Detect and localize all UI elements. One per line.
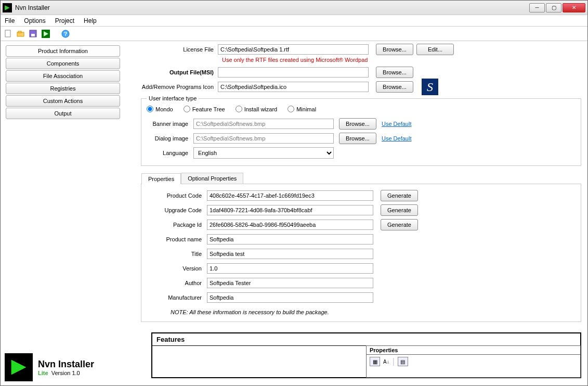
output-file-label: Output File(MSI) [141, 69, 218, 75]
sidebar-item-product-information[interactable]: Product Information [6, 45, 120, 57]
sort-az-icon[interactable]: A↓ [383, 359, 389, 365]
properties-tabs: Properties Optional Properties Product C… [141, 184, 581, 322]
dialog-browse-button[interactable]: Browse... [339, 133, 376, 144]
close-button[interactable]: ✕ [563, 3, 585, 12]
icon-browse-button[interactable]: Browse... [376, 81, 413, 93]
radio-mondo[interactable]: Mondo [147, 106, 173, 112]
toolbar: ? [1, 27, 587, 41]
save-icon[interactable] [29, 29, 38, 38]
svg-rect-1 [5, 30, 10, 37]
author-label: Author [150, 280, 207, 286]
categorized-view-icon[interactable]: ▦ [370, 357, 380, 366]
product-name-input[interactable] [207, 234, 373, 245]
dialog-use-default-link[interactable]: Use Default [382, 135, 411, 141]
svg-marker-10 [11, 360, 27, 375]
license-file-input[interactable] [218, 44, 369, 55]
features-list[interactable] [152, 346, 367, 377]
radio-minimal[interactable]: Minimal [288, 106, 316, 112]
product-code-generate-button[interactable]: Generate [381, 190, 418, 201]
features-properties: Properties ▦ A↓ | ▤ [366, 345, 581, 378]
banner-use-default-link[interactable]: Use Default [382, 121, 411, 127]
license-browse-button[interactable]: Browse... [376, 44, 413, 55]
manufacturer-label: Manufacturer [150, 294, 207, 301]
version-input[interactable] [207, 263, 373, 274]
product-code-input[interactable] [207, 190, 373, 201]
svg-marker-0 [5, 5, 10, 10]
brand-version: Version 1.0 [51, 370, 80, 376]
output-file-input[interactable] [218, 67, 369, 78]
maximize-button[interactable]: ▢ [546, 3, 561, 12]
brand-name: Nvn Installer [38, 359, 94, 370]
app-icon [3, 3, 12, 12]
menu-help[interactable]: Help [84, 17, 97, 24]
radio-feature-tree[interactable]: Feature Tree [184, 106, 225, 112]
titlebar: Nvn Installer ─ ▢ ✕ [1, 1, 587, 15]
tab-optional-properties[interactable]: Optional Properties [181, 173, 243, 184]
svg-rect-5 [31, 34, 35, 36]
upgrade-code-input[interactable] [207, 205, 373, 215]
features-properties-title: Properties [367, 346, 580, 355]
main-panel: License File Browse... Edit... Use only … [141, 42, 581, 322]
ui-type-group: User interface type Mondo Feature Tree I… [141, 95, 581, 166]
sidebar: Product Information Components File Asso… [6, 45, 120, 120]
property-pages-icon[interactable]: ▤ [398, 357, 408, 366]
license-hint: Use only the RTF files created using Mic… [222, 57, 581, 63]
branding: Nvn Installer Lite Version 1.0 [5, 353, 94, 381]
product-code-label: Product Code [150, 192, 207, 199]
sidebar-item-components[interactable]: Components [6, 58, 120, 69]
package-id-input[interactable] [207, 220, 373, 230]
properties-note: NOTE: All these information is necessory… [171, 309, 572, 315]
app-window: Nvn Installer ─ ▢ ✕ File Options Project… [0, 0, 588, 386]
window-title: Nvn Installer [15, 4, 50, 11]
run-icon[interactable] [41, 29, 50, 38]
help-icon[interactable]: ? [61, 29, 70, 38]
title-input[interactable] [207, 249, 373, 259]
banner-image-input[interactable] [193, 119, 334, 129]
tab-properties[interactable]: Properties [141, 173, 181, 184]
sidebar-item-file-association[interactable]: File Association [6, 70, 120, 82]
license-edit-button[interactable]: Edit... [416, 44, 454, 55]
menu-options[interactable]: Options [24, 17, 45, 24]
programs-icon-label: Add/Remove Programs Icon [141, 84, 218, 90]
menu-file[interactable]: File [5, 17, 15, 24]
title-label: Title [150, 251, 207, 257]
svg-rect-3 [18, 31, 21, 33]
banner-browse-button[interactable]: Browse... [339, 118, 376, 130]
svg-text:?: ? [64, 31, 68, 37]
dialog-image-input[interactable] [193, 133, 334, 144]
ui-type-legend: User interface type [147, 95, 199, 101]
open-icon[interactable] [16, 29, 25, 38]
author-input[interactable] [207, 278, 373, 288]
features-title: Features [152, 333, 580, 346]
menubar: File Options Project Help [1, 15, 587, 27]
banner-image-label: Banner image [147, 121, 188, 127]
new-icon[interactable] [4, 29, 13, 38]
sidebar-item-custom-actions[interactable]: Custom Actions [6, 95, 120, 107]
upgrade-code-generate-button[interactable]: Generate [381, 204, 418, 216]
package-id-generate-button[interactable]: Generate [381, 219, 418, 230]
sidebar-item-output[interactable]: Output [6, 108, 120, 119]
version-label: Version [150, 265, 207, 272]
softpedia-logo-icon: S [422, 79, 438, 95]
product-name-label: Product name [150, 236, 207, 242]
language-select[interactable]: English [193, 147, 334, 159]
license-file-label: License File [141, 46, 218, 53]
sidebar-item-registries[interactable]: Registries [6, 83, 120, 94]
radio-install-wizard[interactable]: Install wizard [236, 106, 278, 112]
upgrade-code-label: Upgrade Code [150, 207, 207, 213]
language-label: Language [147, 150, 188, 156]
features-panel: Features Properties ▦ A↓ | ▤ [151, 332, 581, 378]
output-browse-button[interactable]: Browse... [376, 67, 413, 78]
manufacturer-input[interactable] [207, 292, 373, 303]
brand-icon [5, 353, 33, 381]
menu-project[interactable]: Project [55, 17, 74, 24]
brand-edition: Lite [38, 370, 48, 376]
package-id-label: Package Id [150, 222, 207, 228]
programs-icon-input[interactable] [218, 82, 369, 92]
dialog-image-label: Dialog image [147, 135, 188, 141]
minimize-button[interactable]: ─ [529, 3, 545, 12]
